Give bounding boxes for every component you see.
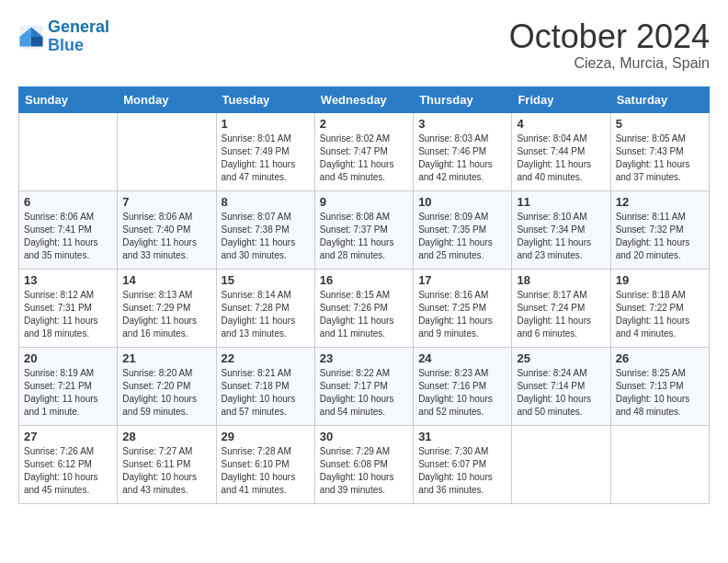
day-info: Sunrise: 8:19 AM Sunset: 7:21 PM Dayligh…: [24, 367, 112, 419]
day-info: Sunrise: 8:10 AM Sunset: 7:34 PM Dayligh…: [517, 211, 605, 262]
day-number: 2: [320, 117, 408, 131]
calendar-cell: 20Sunrise: 8:19 AM Sunset: 7:21 PM Dayli…: [19, 347, 118, 425]
calendar-cell: 12Sunrise: 8:11 AM Sunset: 7:32 PM Dayli…: [610, 190, 709, 269]
calendar-cell: 3Sunrise: 8:03 AM Sunset: 7:46 PM Daylig…: [414, 112, 512, 190]
calendar-cell: 28Sunrise: 7:27 AM Sunset: 6:11 PM Dayli…: [118, 425, 216, 503]
day-number: 30: [320, 430, 408, 443]
day-number: 24: [418, 351, 506, 365]
calendar-cell: 16Sunrise: 8:15 AM Sunset: 7:26 PM Dayli…: [314, 269, 413, 347]
day-info: Sunrise: 8:25 AM Sunset: 7:13 PM Dayligh…: [616, 367, 704, 419]
calendar-cell: 2Sunrise: 8:02 AM Sunset: 7:47 PM Daylig…: [314, 112, 413, 190]
calendar-cell: 1Sunrise: 8:01 AM Sunset: 7:49 PM Daylig…: [216, 112, 314, 190]
day-info: Sunrise: 7:30 AM Sunset: 6:07 PM Dayligh…: [418, 445, 506, 497]
day-header-wednesday: Wednesday: [314, 86, 413, 112]
day-header-saturday: Saturday: [610, 86, 709, 112]
day-number: 8: [222, 195, 310, 209]
day-info: Sunrise: 8:07 AM Sunset: 7:38 PM Dayligh…: [222, 211, 310, 262]
day-number: 1: [222, 117, 310, 131]
day-number: 13: [24, 273, 112, 287]
day-number: 12: [616, 195, 704, 209]
calendar-week-4: 20Sunrise: 8:19 AM Sunset: 7:21 PM Dayli…: [19, 347, 710, 425]
day-number: 9: [320, 195, 408, 209]
calendar-cell: 4Sunrise: 8:04 AM Sunset: 7:44 PM Daylig…: [512, 112, 610, 190]
day-number: 16: [320, 273, 408, 287]
calendar-week-5: 27Sunrise: 7:26 AM Sunset: 6:12 PM Dayli…: [19, 425, 710, 503]
calendar-cell: [118, 112, 216, 190]
calendar-cell: 13Sunrise: 8:12 AM Sunset: 7:31 PM Dayli…: [19, 269, 118, 347]
day-number: 14: [122, 273, 210, 287]
day-info: Sunrise: 8:06 AM Sunset: 7:41 PM Dayligh…: [24, 211, 112, 262]
page-header: GeneralBlue October 2024 Cieza, Murcia, …: [18, 18, 710, 72]
calendar-cell: 10Sunrise: 8:09 AM Sunset: 7:35 PM Dayli…: [414, 190, 512, 269]
logo-icon: [18, 24, 44, 50]
calendar-cell: 26Sunrise: 8:25 AM Sunset: 7:13 PM Dayli…: [610, 347, 709, 425]
day-info: Sunrise: 8:24 AM Sunset: 7:14 PM Dayligh…: [517, 367, 605, 419]
day-number: 21: [122, 351, 210, 365]
calendar-header-row: SundayMondayTuesdayWednesdayThursdayFrid…: [19, 86, 710, 112]
calendar-cell: 6Sunrise: 8:06 AM Sunset: 7:41 PM Daylig…: [19, 190, 118, 269]
calendar-cell: 7Sunrise: 8:06 AM Sunset: 7:40 PM Daylig…: [118, 190, 216, 269]
calendar-cell: 5Sunrise: 8:05 AM Sunset: 7:43 PM Daylig…: [610, 112, 709, 190]
day-header-thursday: Thursday: [414, 86, 512, 112]
day-number: 25: [517, 351, 605, 365]
logo-text: GeneralBlue: [48, 18, 109, 55]
day-info: Sunrise: 8:22 AM Sunset: 7:17 PM Dayligh…: [320, 367, 408, 419]
calendar-body: 1Sunrise: 8:01 AM Sunset: 7:49 PM Daylig…: [19, 112, 710, 503]
location-subtitle: Cieza, Murcia, Spain: [509, 55, 710, 72]
day-number: 18: [517, 273, 605, 287]
calendar-table: SundayMondayTuesdayWednesdayThursdayFrid…: [18, 86, 710, 504]
calendar-cell: 27Sunrise: 7:26 AM Sunset: 6:12 PM Dayli…: [19, 425, 118, 503]
day-number: 15: [222, 273, 310, 287]
day-info: Sunrise: 8:11 AM Sunset: 7:32 PM Dayligh…: [616, 211, 704, 262]
day-header-friday: Friday: [512, 86, 610, 112]
calendar-cell: 21Sunrise: 8:20 AM Sunset: 7:20 PM Dayli…: [118, 347, 216, 425]
calendar-cell: 31Sunrise: 7:30 AM Sunset: 6:07 PM Dayli…: [414, 425, 512, 503]
day-number: 28: [122, 430, 210, 443]
day-info: Sunrise: 8:12 AM Sunset: 7:31 PM Dayligh…: [24, 289, 112, 340]
calendar-cell: [512, 425, 610, 503]
day-info: Sunrise: 8:23 AM Sunset: 7:16 PM Dayligh…: [418, 367, 506, 419]
day-info: Sunrise: 8:20 AM Sunset: 7:20 PM Dayligh…: [122, 367, 210, 419]
calendar-cell: 19Sunrise: 8:18 AM Sunset: 7:22 PM Dayli…: [610, 269, 709, 347]
day-info: Sunrise: 8:14 AM Sunset: 7:28 PM Dayligh…: [222, 289, 310, 340]
day-header-tuesday: Tuesday: [216, 86, 314, 112]
day-number: 10: [418, 195, 506, 209]
day-info: Sunrise: 7:29 AM Sunset: 6:08 PM Dayligh…: [320, 445, 408, 497]
day-info: Sunrise: 7:28 AM Sunset: 6:10 PM Dayligh…: [222, 445, 310, 497]
day-info: Sunrise: 8:16 AM Sunset: 7:25 PM Dayligh…: [418, 289, 506, 340]
logo: GeneralBlue: [18, 18, 109, 55]
month-title: October 2024: [509, 18, 710, 55]
day-info: Sunrise: 8:08 AM Sunset: 7:37 PM Dayligh…: [320, 211, 408, 262]
day-info: Sunrise: 8:02 AM Sunset: 7:47 PM Dayligh…: [320, 132, 408, 184]
calendar-cell: [610, 425, 709, 503]
day-number: 7: [122, 195, 210, 209]
day-info: Sunrise: 7:26 AM Sunset: 6:12 PM Dayligh…: [24, 445, 112, 497]
calendar-week-1: 1Sunrise: 8:01 AM Sunset: 7:49 PM Daylig…: [19, 112, 710, 190]
calendar-cell: 24Sunrise: 8:23 AM Sunset: 7:16 PM Dayli…: [414, 347, 512, 425]
calendar-cell: 29Sunrise: 7:28 AM Sunset: 6:10 PM Dayli…: [216, 425, 314, 503]
calendar-cell: 22Sunrise: 8:21 AM Sunset: 7:18 PM Dayli…: [216, 347, 314, 425]
calendar-cell: 8Sunrise: 8:07 AM Sunset: 7:38 PM Daylig…: [216, 190, 314, 269]
day-number: 23: [320, 351, 408, 365]
day-info: Sunrise: 8:13 AM Sunset: 7:29 PM Dayligh…: [122, 289, 210, 340]
day-number: 19: [616, 273, 704, 287]
day-number: 31: [418, 430, 506, 443]
calendar-cell: 23Sunrise: 8:22 AM Sunset: 7:17 PM Dayli…: [314, 347, 413, 425]
calendar-week-2: 6Sunrise: 8:06 AM Sunset: 7:41 PM Daylig…: [19, 190, 710, 269]
title-block: October 2024 Cieza, Murcia, Spain: [509, 18, 710, 72]
calendar-week-3: 13Sunrise: 8:12 AM Sunset: 7:31 PM Dayli…: [19, 269, 710, 347]
calendar-cell: 9Sunrise: 8:08 AM Sunset: 7:37 PM Daylig…: [314, 190, 413, 269]
day-info: Sunrise: 8:06 AM Sunset: 7:40 PM Dayligh…: [122, 211, 210, 262]
day-info: Sunrise: 8:04 AM Sunset: 7:44 PM Dayligh…: [517, 132, 605, 184]
day-header-sunday: Sunday: [19, 86, 118, 112]
day-info: Sunrise: 8:18 AM Sunset: 7:22 PM Dayligh…: [616, 289, 704, 340]
day-info: Sunrise: 8:05 AM Sunset: 7:43 PM Dayligh…: [616, 132, 704, 184]
svg-marker-2: [31, 37, 43, 47]
day-info: Sunrise: 8:09 AM Sunset: 7:35 PM Dayligh…: [418, 211, 506, 262]
day-info: Sunrise: 8:03 AM Sunset: 7:46 PM Dayligh…: [418, 132, 506, 184]
day-info: Sunrise: 8:21 AM Sunset: 7:18 PM Dayligh…: [222, 367, 310, 419]
calendar-cell: 17Sunrise: 8:16 AM Sunset: 7:25 PM Dayli…: [414, 269, 512, 347]
calendar-cell: 25Sunrise: 8:24 AM Sunset: 7:14 PM Dayli…: [512, 347, 610, 425]
calendar-cell: 11Sunrise: 8:10 AM Sunset: 7:34 PM Dayli…: [512, 190, 610, 269]
calendar-cell: 30Sunrise: 7:29 AM Sunset: 6:08 PM Dayli…: [314, 425, 413, 503]
